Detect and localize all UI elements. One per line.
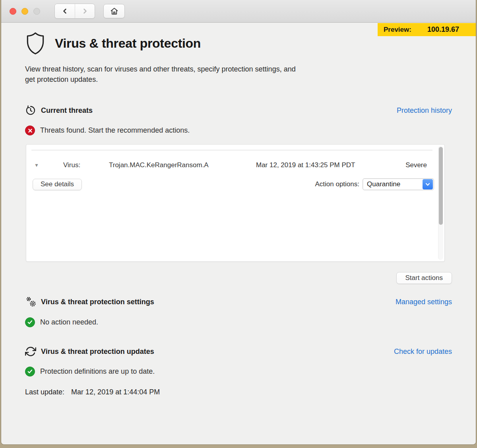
preview-version: 100.19.67 (427, 25, 459, 34)
shield-icon (25, 32, 46, 55)
threat-date: Mar 12, 2019 at 1:43:25 PM PDT (256, 161, 405, 169)
settings-heading: Virus & threat protection settings (41, 298, 154, 306)
threat-type-label: Virus: (63, 161, 109, 169)
last-update-row: Last update: Mar 12, 2019 at 1:44:04 PM (25, 388, 452, 396)
action-options-select[interactable]: Quarantine (363, 178, 434, 190)
traffic-lights (10, 8, 40, 15)
minimize-window-button[interactable] (21, 8, 28, 15)
forward-button[interactable] (75, 4, 95, 18)
title-bar (1, 0, 476, 23)
start-actions-row: Start actions (25, 272, 452, 284)
chevron-down-icon (423, 179, 433, 189)
managed-settings-link[interactable]: Managed settings (396, 298, 452, 306)
gears-icon (25, 296, 38, 308)
threat-controls-row: See details Action options: Quarantine (26, 178, 444, 190)
refresh-icon (25, 346, 38, 357)
preview-banner: Preview: 100.19.67 (378, 23, 476, 36)
card-divider (31, 150, 432, 151)
current-threats-section-header: Current threats Protection history (25, 105, 452, 116)
history-clock-icon (25, 105, 38, 116)
check-circle-icon (25, 367, 35, 377)
preview-label: Preview: (384, 26, 411, 34)
check-for-updates-link[interactable]: Check for updates (394, 348, 452, 356)
back-button[interactable] (55, 4, 75, 18)
check-circle-icon (25, 317, 35, 327)
threats-found-status: Threats found. Start the recommended act… (25, 126, 452, 135)
threat-severity: Severe (405, 161, 427, 169)
home-button[interactable] (103, 4, 125, 18)
protection-history-link[interactable]: Protection history (397, 106, 452, 115)
settings-section-header: Virus & threat protection settings Manag… (25, 296, 452, 308)
last-update-label: Last update: (25, 388, 64, 396)
threat-list-card: ▼ Virus: Trojan.MAC.KeRangerRansom.A Mar… (26, 144, 445, 262)
nav-button-group (54, 4, 95, 19)
updates-section-header: Virus & threat protection updates Check … (25, 346, 452, 357)
app-window: Preview: 100.19.67 Virus & threat protec… (1, 0, 476, 444)
scrollbar-thumb[interactable] (439, 147, 443, 225)
main-content: Virus & threat protection View threat hi… (1, 32, 476, 396)
page-description: View threat history, scan for viruses an… (25, 64, 367, 85)
chevron-left-icon (61, 7, 69, 15)
zoom-window-button (33, 8, 40, 15)
current-threats-heading: Current threats (41, 106, 93, 115)
last-update-value: Mar 12, 2019 at 1:44:04 PM (71, 388, 160, 396)
scrollbar-track[interactable] (438, 146, 443, 260)
expander-triangle-icon[interactable]: ▼ (34, 163, 63, 168)
home-icon (110, 7, 118, 15)
updates-status: Protection definitions are up to date. (25, 367, 452, 377)
see-details-button[interactable]: See details (33, 179, 82, 190)
error-x-icon (25, 126, 35, 135)
updates-status-text: Protection definitions are up to date. (40, 367, 155, 376)
chevron-right-icon (81, 7, 89, 15)
threat-row: ▼ Virus: Trojan.MAC.KeRangerRansom.A Mar… (26, 161, 444, 169)
settings-status-text: No action needed. (40, 318, 98, 326)
settings-status: No action needed. (25, 317, 452, 327)
action-options-label: Action options: (315, 180, 359, 188)
updates-heading: Virus & threat protection updates (41, 348, 154, 356)
action-options-value: Quarantine (363, 180, 422, 188)
page-title: Virus & threat protection (55, 36, 201, 51)
threats-found-text: Threats found. Start the recommended act… (40, 126, 190, 135)
close-window-button[interactable] (10, 8, 16, 15)
threat-name: Trojan.MAC.KeRangerRansom.A (109, 161, 256, 169)
start-actions-button[interactable]: Start actions (396, 272, 452, 284)
